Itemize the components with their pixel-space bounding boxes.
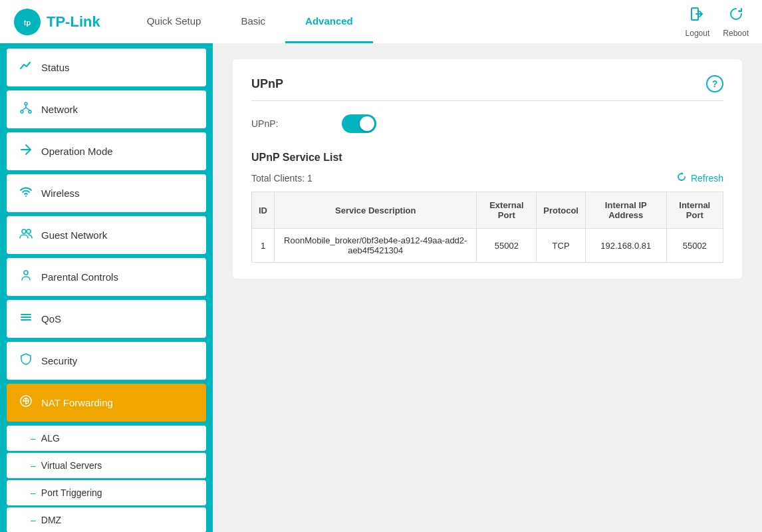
sidebar-label-guest-network: Guest Network [41, 229, 107, 241]
nat-forwarding-icon [19, 394, 33, 411]
content-area: UPnP ? UPnP: UPnP Service List Total Cli… [213, 43, 762, 532]
sidebar-sub-alg[interactable]: – ALG [7, 426, 206, 451]
wireless-icon [19, 185, 33, 201]
reboot-label: Reboot [723, 29, 749, 38]
section-title: UPnP ? [251, 75, 723, 101]
sidebar-label-status: Status [41, 62, 70, 73]
logout-button[interactable]: Logout [686, 6, 710, 38]
refresh-button[interactable]: Refresh [676, 172, 723, 185]
tab-basic[interactable]: Basic [221, 0, 285, 43]
sidebar-item-network[interactable]: Network [7, 90, 206, 128]
sidebar-item-status[interactable]: Status [7, 49, 206, 86]
network-icon [19, 101, 33, 118]
operation-mode-icon [19, 143, 33, 160]
total-clients-label: Total Clients: [251, 173, 305, 184]
sidebar-item-guest-network[interactable]: Guest Network [7, 216, 206, 254]
svg-point-6 [29, 110, 31, 113]
service-list-title: UPnP Service List [251, 152, 723, 164]
col-id: ID [252, 192, 275, 229]
status-icon [19, 59, 33, 76]
cell-internal-port: 55002 [666, 229, 723, 263]
upnp-service-table: ID Service Description External Port Pro… [251, 192, 723, 263]
table-row: 1 RoonMobile_broker/0bf3eb4e-a912-49aa-a… [252, 229, 723, 263]
sidebar-item-security[interactable]: Security [7, 342, 206, 380]
col-external-port: External Port [477, 192, 537, 229]
logout-icon [690, 6, 705, 26]
refresh-icon [676, 172, 687, 185]
toggle-thumb [360, 116, 374, 131]
main-layout: Status Network Operation Mode Wireless G [0, 43, 762, 532]
svg-point-12 [27, 229, 31, 233]
sidebar-sub-label-alg: ALG [41, 433, 60, 444]
svg-line-9 [26, 108, 30, 110]
svg-point-3 [739, 10, 740, 11]
sidebar-sub-port-triggering[interactable]: – Port Triggering [7, 480, 206, 505]
tab-advanced[interactable]: Advanced [285, 0, 373, 43]
page-title: UPnP [251, 77, 283, 91]
sidebar-label-security: Security [41, 355, 77, 366]
sidebar-item-wireless[interactable]: Wireless [7, 174, 206, 212]
svg-text:tp: tp [24, 19, 31, 27]
top-nav: tp TP-Link Quick Setup Basic Advanced Lo… [0, 0, 762, 43]
parental-controls-icon [19, 269, 33, 285]
sidebar-item-qos[interactable]: QoS [7, 300, 206, 338]
qos-icon [19, 311, 33, 327]
sidebar-label-network: Network [41, 104, 78, 115]
sidebar-sub-label-dmz: DMZ [41, 515, 61, 525]
col-service-desc: Service Description [275, 192, 477, 229]
svg-point-13 [24, 271, 28, 275]
sidebar-sub-nav: – ALG – Virtual Servers – Port Triggerin… [7, 426, 206, 532]
logo-text: TP-Link [47, 13, 100, 31]
cell-internal-ip: 192.168.0.81 [585, 229, 666, 263]
logo-area: tp TP-Link [13, 8, 100, 36]
total-clients-value: 1 [307, 173, 313, 184]
svg-point-5 [21, 110, 23, 113]
reboot-icon [728, 6, 744, 26]
sidebar: Status Network Operation Mode Wireless G [0, 43, 213, 532]
cell-id: 1 [252, 229, 275, 263]
top-actions: Logout Reboot [686, 6, 749, 38]
sidebar-sub-label-port-triggering: Port Triggering [41, 487, 102, 498]
content-panel: UPnP ? UPnP: UPnP Service List Total Cli… [233, 59, 742, 279]
cell-protocol: TCP [537, 229, 586, 263]
logout-label: Logout [686, 29, 710, 38]
nav-tabs: Quick Setup Basic Advanced [127, 0, 686, 43]
sidebar-sub-virtual-servers[interactable]: – Virtual Servers [7, 453, 206, 478]
sidebar-item-nat-forwarding[interactable]: NAT Forwarding [7, 384, 206, 422]
reboot-button[interactable]: Reboot [723, 6, 749, 38]
col-protocol: Protocol [537, 192, 586, 229]
total-clients: Total Clients: 1 [251, 173, 313, 184]
sidebar-sub-label-virtual-servers: Virtual Servers [41, 460, 102, 471]
upnp-label: UPnP: [251, 118, 331, 129]
sidebar-sub-dmz[interactable]: – DMZ [7, 507, 206, 532]
upnp-toggle-row: UPnP: [251, 114, 723, 133]
help-icon[interactable]: ? [706, 75, 723, 92]
guest-network-icon [19, 227, 33, 243]
col-internal-ip: Internal IP Address [585, 192, 666, 229]
col-internal-port: Internal Port [666, 192, 723, 229]
cell-service-desc: RoonMobile_broker/0bf3eb4e-a912-49aa-add… [275, 229, 477, 263]
sidebar-label-nat-forwarding: NAT Forwarding [41, 397, 113, 408]
service-list-header: Total Clients: 1 Refresh [251, 172, 723, 185]
service-list-section: UPnP Service List Total Clients: 1 Refre… [251, 152, 723, 263]
cell-external-port: 55002 [477, 229, 537, 263]
sidebar-label-wireless: Wireless [41, 188, 80, 199]
sidebar-label-qos: QoS [41, 313, 61, 325]
toggle-track [342, 114, 376, 133]
tab-quick-setup[interactable]: Quick Setup [127, 0, 221, 43]
refresh-label: Refresh [691, 173, 723, 184]
svg-point-4 [25, 102, 27, 105]
table-header-row: ID Service Description External Port Pro… [252, 192, 723, 229]
sidebar-label-operation-mode: Operation Mode [41, 146, 113, 157]
svg-point-11 [22, 229, 26, 233]
sidebar-label-parental-controls: Parental Controls [41, 271, 118, 283]
tplink-logo-icon: tp [13, 8, 41, 36]
upnp-toggle[interactable] [342, 114, 376, 133]
sidebar-item-parental-controls[interactable]: Parental Controls [7, 258, 206, 296]
sidebar-item-operation-mode[interactable]: Operation Mode [7, 132, 206, 170]
security-icon [19, 352, 33, 369]
svg-line-8 [22, 108, 26, 110]
svg-point-10 [25, 196, 27, 197]
